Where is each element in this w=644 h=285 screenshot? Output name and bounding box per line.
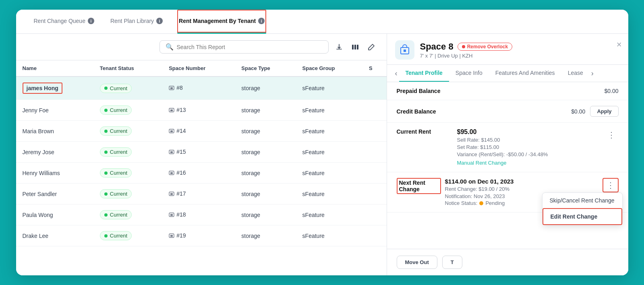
apply-button[interactable]: Apply	[590, 106, 618, 117]
table-row[interactable]: Drake LeeCurrent#19storagesFeature	[16, 225, 387, 246]
col-header-space-number: Space Number	[162, 60, 235, 76]
variance: Variance (Rent/Sell): -$50.00 / -34.48%	[457, 151, 600, 157]
row-space-number: #15	[162, 142, 235, 163]
tab-lease[interactable]: Lease	[561, 65, 590, 82]
row-extra	[362, 163, 387, 184]
row-space-number: #13	[162, 100, 235, 121]
row-space-type: storage	[235, 204, 296, 225]
panel-tab-next[interactable]: ›	[590, 67, 595, 80]
red-dot-icon	[462, 45, 465, 48]
sell-rate: Sell Rate: $145.00	[457, 137, 600, 143]
table-row[interactable]: Henry WilliamsCurrent#16storagesFeature	[16, 163, 387, 184]
row-extra	[362, 142, 387, 163]
row-space-number: #14	[162, 121, 235, 142]
content-area: 🔍 Name Te	[16, 34, 628, 275]
tabs-bar: Rent Change Queue i Rent Plan Library i …	[16, 10, 628, 34]
svg-rect-12	[170, 172, 173, 174]
col-header-status: Tenant Status	[93, 60, 162, 76]
table-row[interactable]: Paula WongCurrent#18storagesFeature	[16, 204, 387, 225]
tab-tenant-profile[interactable]: Tenant Profile	[399, 65, 449, 82]
tab-rent-plan-library[interactable]: Rent Plan Library i	[109, 10, 164, 34]
current-rent-menu-button[interactable]: ⋮	[604, 128, 619, 141]
row-status: Current	[93, 184, 162, 204]
overlock-badge[interactable]: Remove Overlock	[458, 43, 512, 51]
svg-rect-18	[170, 235, 173, 237]
main-container: Rent Change Queue i Rent Plan Library i …	[16, 10, 628, 275]
table-row[interactable]: Peter SandlerCurrent#17storagesFeature	[16, 184, 387, 204]
row-space-type: storage	[235, 142, 296, 163]
row-extra	[362, 76, 387, 100]
set-rate: Set Rate: $115.00	[457, 144, 600, 150]
tab-features-amenities[interactable]: Features And Amenities	[489, 65, 561, 82]
row-space-group: sFeature	[296, 121, 362, 142]
tab-rent-management[interactable]: Rent Management By Tenant i	[177, 10, 266, 34]
panel-subtitle: 7' x 7' | Drive Up | KZH	[420, 53, 620, 59]
row-name: Jeremy Jose	[16, 142, 93, 163]
tab-rent-change-queue[interactable]: Rent Change Queue i	[32, 10, 96, 34]
tab-space-info[interactable]: Space Info	[449, 65, 489, 82]
svg-rect-4	[170, 87, 173, 89]
next-rent-label: Next RentChange	[397, 178, 441, 194]
tab-queue-info-icon[interactable]: i	[88, 18, 94, 24]
extra-button[interactable]: T	[442, 256, 462, 269]
notice-status: Notice Status: Pending	[445, 200, 505, 206]
row-space-number: #8	[162, 76, 235, 100]
search-icon: 🔍	[166, 43, 174, 51]
svg-rect-8	[170, 130, 173, 132]
tab-library-info-icon[interactable]: i	[156, 18, 163, 24]
skip-cancel-item[interactable]: Skip/Cancel Rent Change	[543, 193, 622, 208]
table-row[interactable]: Maria BrownCurrent#14storagesFeature	[16, 121, 387, 142]
download-button[interactable]	[333, 41, 345, 53]
table-row[interactable]: Jenny FoeCurrent#13storagesFeature	[16, 100, 387, 121]
row-extra	[362, 121, 387, 142]
manual-rent-change-link[interactable]: Manual Rent Change	[457, 160, 507, 166]
next-rent-main: $114.00 on Dec 01, 2023	[445, 178, 598, 185]
table-row[interactable]: james HongCurrent#8storagesFeature	[16, 76, 387, 100]
row-name: Maria Brown	[16, 121, 93, 142]
edit-report-button[interactable]	[366, 41, 377, 53]
row-space-type: storage	[235, 184, 296, 204]
panel-title-block: Space 8 Remove Overlock 7' x 7' | Drive …	[420, 41, 620, 59]
search-input[interactable]	[177, 44, 323, 50]
svg-rect-20	[404, 50, 406, 52]
row-space-number: #18	[162, 204, 235, 225]
row-status: Current	[93, 121, 162, 142]
svg-rect-0	[352, 45, 354, 50]
row-space-number: #19	[162, 225, 235, 246]
columns-button[interactable]	[350, 41, 361, 53]
row-space-group: sFeature	[296, 76, 362, 100]
edit-rent-change-item[interactable]: Edit Rent Change	[543, 208, 622, 225]
row-space-type: storage	[235, 121, 296, 142]
panel-content: Prepaid Balance $0.00 Credit Balance $0.…	[387, 82, 628, 249]
row-extra	[362, 204, 387, 225]
row-status: Current	[93, 76, 162, 100]
tab-management-info-icon[interactable]: i	[258, 18, 265, 24]
current-rent-main: $95.00	[457, 128, 600, 136]
next-rent-menu-button[interactable]: ⋮	[603, 178, 619, 192]
credit-balance-label: Credit Balance	[397, 108, 453, 115]
close-panel-button[interactable]: ×	[617, 39, 622, 50]
panel-tab-prev[interactable]: ‹	[393, 67, 399, 80]
col-header-extra: S	[362, 60, 387, 76]
overlock-label: Remove Overlock	[467, 44, 508, 50]
notice-status-value: Pending	[485, 200, 505, 206]
col-header-space-group: Space Group	[296, 60, 362, 76]
row-space-type: storage	[235, 76, 296, 100]
next-rent-dropdown: Skip/Cancel Rent Change Edit Rent Change	[542, 192, 623, 225]
row-name: james Hong	[16, 76, 93, 100]
row-status: Current	[93, 163, 162, 184]
space-icon	[395, 40, 414, 60]
table-row[interactable]: Jeremy JoseCurrent#15storagesFeature	[16, 142, 387, 163]
move-out-button[interactable]: Move Out	[397, 256, 437, 269]
credit-balance-value: $0.00	[571, 108, 585, 115]
row-space-type: storage	[235, 163, 296, 184]
row-space-group: sFeature	[296, 184, 362, 204]
row-space-type: storage	[235, 100, 296, 121]
panel-tabs: ‹ Tenant Profile Space Info Features And…	[387, 65, 628, 82]
svg-rect-16	[170, 214, 173, 216]
prepaid-balance-label: Prepaid Balance	[397, 88, 453, 94]
row-space-group: sFeature	[296, 142, 362, 163]
yellow-dot-icon	[479, 201, 483, 205]
row-space-type: storage	[235, 225, 296, 246]
credit-balance-row: Credit Balance $0.00 Apply	[387, 100, 628, 123]
